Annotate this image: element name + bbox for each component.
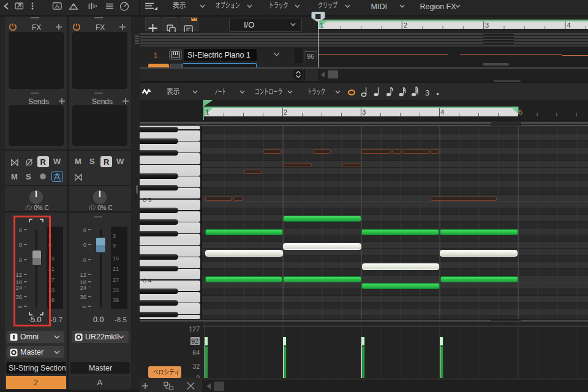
svg-text:3: 3 (425, 88, 429, 97)
svg-text:A: A (55, 2, 59, 9)
